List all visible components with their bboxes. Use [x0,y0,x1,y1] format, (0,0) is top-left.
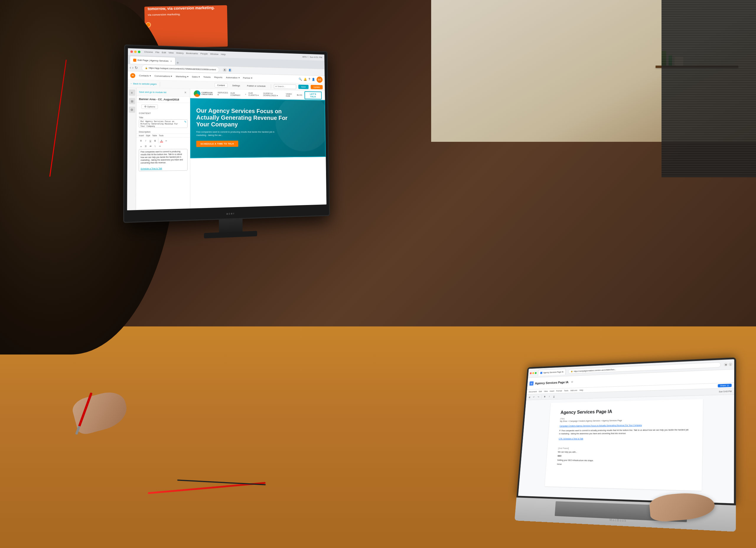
tab-settings[interactable]: Settings [230,84,242,88]
menu-view[interactable]: View [168,51,174,54]
rte-fontcolor-btn[interactable]: A [159,138,164,142]
gdocs-campaign-link[interactable]: Campaign Creators Agency Services Focus … [560,424,642,427]
laptop-minimize-btn[interactable] [532,372,534,374]
cc-nav-our-company[interactable]: OUR COMPANY [230,92,243,96]
maximize-window-btn[interactable] [138,50,140,53]
rte-align-left[interactable]: ≡ [139,144,143,149]
menu-people[interactable]: People [201,52,208,55]
cc-schedule-btn[interactable]: SCHEDULE A TIME TO TALK [196,140,238,147]
search-input[interactable] [274,84,296,89]
laptop-maximize-btn[interactable] [535,372,537,374]
new-tab-btn[interactable]: + [177,60,179,65]
back-btn[interactable]: ‹ [130,65,131,69]
rte-indent[interactable]: ⇥ [157,144,162,148]
menu-file[interactable]: File [155,51,159,54]
rte-align-center[interactable]: ☰ [144,144,148,149]
close-window-btn[interactable] [131,50,133,53]
menu-window[interactable]: Window [210,53,219,56]
hs-nav-actions: 🔍 🔔 ? 👤 CC [299,76,322,83]
gdocs-document-area[interactable]: Agency Services Page IA [Title] My Drive… [518,395,734,503]
gdocs-menu-edit[interactable]: Edit [539,391,542,393]
sidebar-icon-1[interactable]: ≡ [129,89,135,96]
cc-hero-banner[interactable]: Our Agency Services Focus on Actually Ge… [190,98,326,158]
gdocs-star-icon[interactable]: ☆ [571,381,573,383]
gdocs-share-btn[interactable]: Share 11 [718,384,731,388]
rte-list-ol[interactable]: ⒈ [153,144,157,149]
cc-nav-services[interactable]: SERVICES ▾ [218,92,228,96]
tab-publish[interactable]: Publish or schedule [245,84,268,88]
update-button[interactable]: Update [311,85,323,89]
gdocs-menu-view[interactable]: View [544,390,548,392]
laptop-share-btn[interactable]: ⋮ [729,363,732,366]
browser-extension-btn[interactable]: A [223,68,227,72]
nav-tickets[interactable]: Tickets [203,76,211,79]
rte-link-btn[interactable]: ∞ [164,138,168,142]
gdocs-undo-btn[interactable]: ↩ [532,395,536,399]
rte-link-cta[interactable]: Schedule a Time to Talk [141,167,162,169]
gdocs-print-btn[interactable]: 🖨 [527,395,532,399]
rte-content-area[interactable]: Few companies want to commit to producin… [139,149,188,171]
rte-underline-btn[interactable]: U [148,138,153,143]
gdocs-menu-help[interactable]: Help [579,389,583,391]
hubspot-logo[interactable]: H [130,73,135,78]
gdocs-menu-addons[interactable]: Add-ons [570,389,577,392]
nav-sales[interactable]: Sales ▾ [192,75,200,78]
rte-italic-btn[interactable]: I [144,138,148,143]
browser-tab-active[interactable]: Edit Page | Agency Services × [130,56,175,65]
gdocs-underline-btn[interactable]: U [552,394,556,399]
tab-content[interactable]: Content [214,83,227,88]
help-btn[interactable]: ? [309,78,310,81]
gdocs-menu-format[interactable]: Format [556,390,562,392]
gdocs-menu-insert[interactable]: Insert [550,390,554,392]
menu-help[interactable]: Help [221,53,226,56]
browser-profile-btn[interactable]: 👤 [228,68,232,72]
notifications-btn[interactable]: 🔔 [304,78,307,81]
nav-contacts[interactable]: Contacts ▾ [139,74,151,77]
cc-nav-blog[interactable]: BLOG [297,94,302,96]
sidebar-icon-3[interactable]: ⚙ [129,107,135,113]
rte-bold-btn[interactable]: B [139,138,143,143]
gdocs-menu-tools[interactable]: Tools [564,390,568,392]
menu-history[interactable]: History [176,52,183,55]
reload-btn[interactable]: ↻ [135,66,138,70]
options-tab[interactable]: ⚙ Options [141,104,158,109]
forward-btn[interactable]: › [132,66,133,70]
nav-reports[interactable]: Reports [214,76,222,79]
laptop-browser-tab[interactable]: Agency Services Page IA [538,369,566,376]
nav-partner[interactable]: Partner ▾ [243,76,252,79]
menu-edit[interactable]: Edit [162,51,166,54]
search-btn[interactable]: 🔍 [299,77,302,81]
nav-conversations[interactable]: Conversations ▾ [154,74,172,77]
menu-bookmarks[interactable]: Bookmarks [186,52,198,55]
rte-table[interactable]: Table [152,134,157,136]
website-preview-pane[interactable]: CAMPAIGN CREATORS SERVICES ▾ OUR COMPANY… [190,89,326,210]
rte-list-ul[interactable]: ≔ [148,144,153,149]
save-go-to-module-list-link[interactable]: Save and go to module list [139,90,167,94]
back-to-pages-link[interactable]: ← Back to website pages [130,82,157,85]
tab-close-btn[interactable]: × [170,60,172,63]
rte-strikethrough-btn[interactable]: S [153,138,157,143]
rte-style[interactable]: Style [146,134,150,136]
gdocs-italic-btn[interactable]: I [547,394,552,399]
cc-nav-clients[interactable]: OUR CLIENTS ▾ [248,92,261,97]
gdocs-redo-btn[interactable]: ↪ [536,395,541,399]
rte-tools[interactable]: Tools [159,134,164,136]
gdocs-menu-document[interactable]: Document [529,391,537,393]
profile-btn[interactable]: 👤 [312,78,315,81]
nav-automation[interactable]: Automation ▾ [226,76,239,79]
rte-insert[interactable]: Insert [139,134,144,136]
gdocs-bold-btn[interactable]: B [542,394,547,399]
panel-close-btn[interactable]: × [183,90,188,94]
laptop-ext-btn[interactable]: ★ [724,363,728,366]
nav-marketing[interactable]: Marketing ▾ [176,75,188,78]
save-button[interactable]: Save [298,84,309,89]
cc-lets-talk-btn[interactable]: LET'S TALK [304,91,322,99]
laptop-close-btn[interactable] [530,372,532,374]
gdocs-cta-link[interactable]: CTA: Schedule a Time to Talk [559,438,583,440]
minimize-window-btn[interactable] [134,50,136,53]
sidebar-icon-2[interactable]: ⊞ [129,98,135,104]
cc-nav-guides[interactable]: GUIDES & DOWNLOADS ▾ [263,92,283,97]
title-input[interactable]: Our Agency Services Focus on Actually Ge… [139,119,188,128]
account-avatar[interactable]: CC [317,76,322,83]
cc-nav-video[interactable]: VIDEO HUB [286,93,295,97]
